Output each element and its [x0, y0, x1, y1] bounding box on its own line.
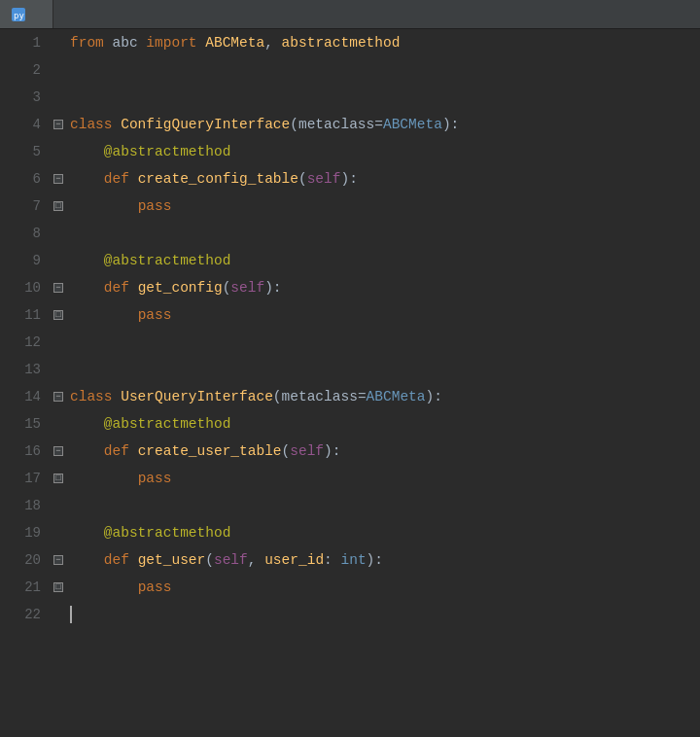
token-plain — [129, 171, 138, 187]
code-line: from abc import ABCMeta, abstractmethod — [51, 29, 700, 56]
fold-gutter: □ — [51, 201, 66, 211]
token-decorator: @abstractmethod — [104, 253, 231, 268]
token-plain — [70, 525, 104, 541]
token-plain — [70, 280, 104, 296]
token-plain: ( — [282, 443, 291, 459]
fold-end-icon[interactable]: □ — [53, 582, 63, 592]
token-kw-def: def — [104, 552, 129, 568]
code-line: □ pass — [51, 193, 700, 220]
token-plain: ( — [298, 171, 307, 187]
token-cls-name: UserQueryInterface — [121, 389, 273, 404]
token-builtin: ABCMeta — [383, 117, 442, 132]
fold-icon[interactable]: − — [53, 555, 63, 565]
line-number: 13 — [0, 356, 41, 383]
code-line: − def get_user(self, user_id: int): — [51, 546, 700, 574]
code-line: − def create_config_table(self): — [51, 165, 700, 193]
fold-icon[interactable]: − — [53, 174, 63, 184]
fold-icon[interactable]: − — [53, 283, 63, 293]
token-plain: : — [324, 552, 340, 568]
line-number: 18 — [0, 492, 41, 519]
token-plain — [197, 35, 206, 51]
code-line: −class ConfigQueryInterface(metaclass=AB… — [51, 111, 700, 138]
code-text — [66, 601, 72, 628]
code-line: □ pass — [51, 574, 700, 601]
token-plain: ): — [442, 117, 459, 132]
token-plain: ( — [273, 389, 282, 404]
fold-gutter: − — [51, 120, 66, 129]
code-line: @abstractmethod — [51, 519, 700, 546]
token-kw-pass: pass — [138, 579, 172, 595]
token-method-name: abstractmethod — [282, 35, 401, 51]
line-number: 9 — [0, 247, 41, 274]
line-number: 11 — [0, 301, 41, 329]
token-plain: abc — [104, 35, 147, 51]
line-number: 22 — [0, 601, 41, 628]
line-number: 21 — [0, 574, 41, 601]
token-kw-pass: pass — [138, 471, 172, 486]
code-text: def get_config(self): — [66, 274, 282, 301]
line-number: 6 — [0, 165, 41, 193]
token-plain — [70, 443, 104, 459]
token-plain — [70, 307, 138, 323]
token-plain: ( — [205, 552, 214, 568]
fold-icon[interactable]: − — [53, 446, 63, 456]
code-text: pass — [66, 574, 171, 601]
token-plain: ): — [324, 443, 340, 459]
code-line — [51, 601, 700, 628]
line-number: 1 — [0, 29, 41, 56]
fold-icon[interactable]: − — [53, 392, 63, 402]
code-line: @abstractmethod — [51, 138, 700, 165]
fold-end-icon[interactable]: □ — [53, 310, 63, 320]
code-content[interactable]: from abc import ABCMeta, abstractmethod−… — [51, 29, 700, 737]
python-icon: py — [12, 8, 25, 21]
line-number: 12 — [0, 329, 41, 356]
code-text: def create_config_table(self): — [66, 165, 358, 193]
line-number: 2 — [0, 56, 41, 84]
token-plain: , — [264, 35, 281, 51]
code-line: □ pass — [51, 301, 700, 329]
code-line: @abstractmethod — [51, 247, 700, 274]
token-decorator: @abstractmethod — [104, 416, 231, 432]
token-plain — [70, 579, 138, 595]
token-plain — [129, 552, 138, 568]
token-kw-class: class — [70, 389, 113, 404]
token-cls-name: ConfigQueryInterface — [121, 117, 290, 132]
token-kw-import: import — [146, 35, 196, 51]
code-line — [51, 329, 700, 356]
token-plain — [70, 416, 104, 432]
file-tab[interactable]: py — [0, 0, 53, 28]
token-metaclass: metaclass= — [282, 389, 367, 404]
code-text: pass — [66, 465, 171, 492]
line-number: 19 — [0, 519, 41, 546]
token-param-name: user_id — [264, 552, 324, 568]
code-line — [51, 356, 700, 383]
fold-icon[interactable]: − — [53, 120, 63, 129]
token-plain: ): — [264, 280, 281, 296]
line-number: 5 — [0, 138, 41, 165]
code-text: class ConfigQueryInterface(metaclass=ABC… — [66, 111, 459, 138]
fold-gutter: □ — [51, 310, 66, 320]
token-plain — [70, 198, 138, 214]
token-method-name: get_config — [138, 280, 223, 296]
code-text: def get_user(self, user_id: int): — [66, 546, 383, 574]
fold-end-icon[interactable]: □ — [53, 474, 63, 483]
tab-bar: py — [0, 0, 700, 29]
svg-text:py: py — [14, 11, 24, 20]
code-text: @abstractmethod — [66, 410, 230, 438]
line-number: 17 — [0, 465, 41, 492]
fold-end-icon[interactable]: □ — [53, 201, 63, 211]
line-number: 20 — [0, 546, 41, 574]
code-line — [51, 220, 700, 247]
token-kw-def: def — [104, 280, 129, 296]
line-number: 15 — [0, 410, 41, 438]
line-number: 10 — [0, 274, 41, 301]
code-text: @abstractmethod — [66, 138, 230, 165]
code-text: @abstractmethod — [66, 247, 230, 274]
code-line: −class UserQueryInterface(metaclass=ABCM… — [51, 383, 700, 410]
line-number: 7 — [0, 193, 41, 220]
code-text: pass — [66, 193, 171, 220]
token-type-hint: int — [341, 552, 367, 568]
token-method-name: create_user_table — [138, 443, 282, 459]
code-text: @abstractmethod — [66, 519, 230, 546]
token-method-name: create_config_table — [138, 171, 298, 187]
